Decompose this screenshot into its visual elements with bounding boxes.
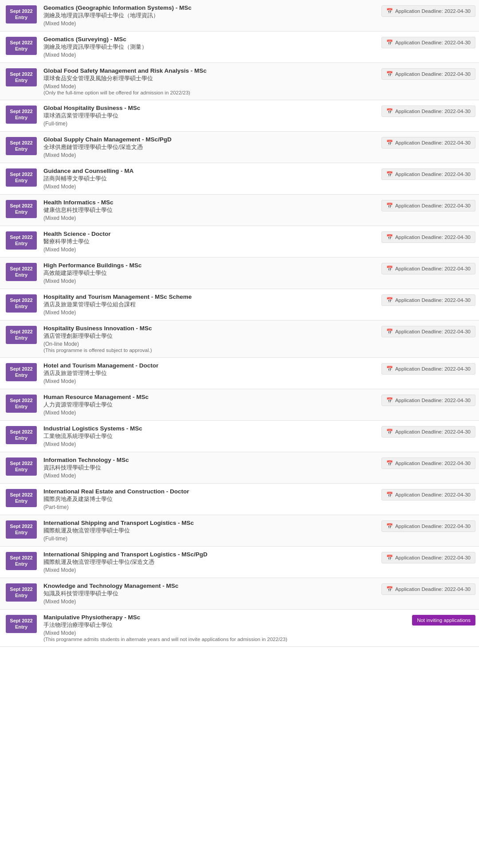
program-title: Global Hospitality Business - MSc	[43, 105, 377, 111]
badge-col: Sept 2022 Entry	[4, 262, 39, 281]
badge-col: Sept 2022 Entry	[4, 136, 39, 155]
deadline-text: Application Deadline: 2022-04-30	[395, 235, 471, 240]
info-col: Hospitality Business Innovation - MSc酒店管…	[39, 325, 381, 353]
info-col: Industrial Logistics Systems - MSc工業物流系統…	[39, 425, 381, 447]
badge-col: Sept 2022 Entry	[4, 168, 39, 187]
calendar-icon: 📅	[386, 397, 393, 403]
deadline-badge: 📅Application Deadline: 2022-04-30	[381, 263, 475, 274]
program-chinese-title: 健康信息科技理學碩士學位	[43, 207, 377, 214]
program-chinese-title: 酒店及旅遊管理博士學位	[43, 370, 377, 377]
program-chinese-title: 工業物流系統理學碩士學位	[43, 433, 377, 440]
deadline-col: 📅Application Deadline: 2022-04-30	[381, 362, 475, 375]
badge-col: Sept 2022 Entry	[4, 583, 39, 602]
deadline-col: 📅Application Deadline: 2022-04-30	[381, 199, 475, 211]
info-col: Hospitality and Tourism Management - MSc…	[39, 293, 381, 316]
deadline-badge: 📅Application Deadline: 2022-04-30	[381, 68, 475, 80]
table-row: Sept 2022 EntryHealth Science - Doctor醫療…	[0, 226, 479, 258]
badge-col: Sept 2022 Entry	[4, 4, 39, 23]
badge-col: Sept 2022 Entry	[4, 425, 39, 444]
badge-col: Sept 2022 Entry	[4, 362, 39, 381]
program-note: (This programme admits students in alter…	[43, 637, 382, 642]
table-row: Sept 2022 EntryInternational Shipping an…	[0, 547, 479, 578]
info-col: Global Hospitality Business - MSc環球酒店業管理…	[39, 105, 381, 127]
program-mode: (Full-time)	[43, 121, 377, 127]
program-title: Information Technology - MSc	[43, 457, 377, 463]
info-col: Guidance and Counselling - MA諮商與輔導文學碩士學位…	[39, 168, 381, 190]
info-col: High Performance Buildings - MSc高效能建築理學碩…	[39, 262, 381, 284]
calendar-icon: 📅	[386, 297, 393, 303]
program-chinese-title: 測繪及地理資訊學理學碩士學位（地理資訊）	[43, 12, 377, 20]
deadline-badge: 📅Application Deadline: 2022-04-30	[381, 583, 475, 595]
deadline-badge: 📅Application Deadline: 2022-04-30	[381, 168, 475, 180]
program-chinese-title: 國際航運及物流管理理學碩士學位/深造文憑	[43, 559, 377, 566]
entry-badge: Sept 2022 Entry	[6, 200, 37, 218]
program-mode: (Mixed Mode)	[43, 83, 377, 90]
program-mode: (Mixed Mode)	[43, 567, 377, 573]
table-row: Sept 2022 EntryGeomatics (Surveying) - M…	[0, 31, 479, 63]
badge-col: Sept 2022 Entry	[4, 293, 39, 313]
info-col: International Shipping and Transport Log…	[39, 520, 381, 542]
deadline-badge: 📅Application Deadline: 2022-04-30	[381, 294, 475, 306]
table-row: Sept 2022 EntryGlobal Supply Chain Manag…	[0, 132, 479, 163]
deadline-col: 📅Application Deadline: 2022-04-30	[381, 293, 475, 306]
entry-badge: Sept 2022 Entry	[6, 231, 37, 250]
deadline-text: Application Deadline: 2022-04-30	[395, 109, 471, 114]
calendar-icon: 📅	[386, 429, 393, 435]
deadline-col: 📅Application Deadline: 2022-04-30	[381, 4, 475, 17]
deadline-badge: 📅Application Deadline: 2022-04-30	[381, 552, 475, 563]
badge-col: Sept 2022 Entry	[4, 199, 39, 218]
info-col: International Real Estate and Constructi…	[39, 488, 381, 510]
deadline-text: Not inviting applications	[417, 618, 471, 623]
program-chinese-title: 醫療科學博士學位	[43, 238, 377, 246]
program-mode: (Mixed Mode)	[43, 152, 377, 158]
table-row: Sept 2022 EntryHotel and Tourism Managem…	[0, 358, 479, 389]
table-row: Sept 2022 EntryHealth Informatics - MSc健…	[0, 195, 479, 226]
program-title: International Shipping and Transport Log…	[43, 551, 377, 558]
program-title: Geomatics (Surveying) - MSc	[43, 36, 377, 43]
program-mode: (Mixed Mode)	[43, 378, 377, 384]
deadline-text: Application Deadline: 2022-04-30	[395, 398, 471, 403]
deadline-badge: 📅Application Deadline: 2022-04-30	[381, 231, 475, 243]
program-mode: (Mixed Mode)	[43, 410, 377, 416]
deadline-badge: 📅Application Deadline: 2022-04-30	[381, 37, 475, 48]
deadline-text: Application Deadline: 2022-04-30	[395, 297, 471, 303]
deadline-badge: 📅Application Deadline: 2022-04-30	[381, 457, 475, 469]
deadline-text: Application Deadline: 2022-04-30	[395, 203, 471, 208]
deadline-col: 📅Application Deadline: 2022-04-30	[381, 551, 475, 563]
calendar-icon: 📅	[386, 266, 393, 272]
entry-badge: Sept 2022 Entry	[6, 615, 37, 633]
deadline-text: Application Deadline: 2022-04-30	[395, 555, 471, 560]
deadline-badge: 📅Application Deadline: 2022-04-30	[381, 363, 475, 375]
entry-badge: Sept 2022 Entry	[6, 426, 37, 444]
calendar-icon: 📅	[386, 460, 393, 466]
deadline-badge: 📅Application Deadline: 2022-04-30	[381, 5, 475, 17]
info-col: Global Food Safety Management and Risk A…	[39, 67, 381, 95]
deadline-badge: 📅Application Deadline: 2022-04-30	[381, 200, 475, 211]
program-title: High Performance Buildings - MSc	[43, 262, 377, 269]
entry-badge: Sept 2022 Entry	[6, 137, 37, 155]
deadline-badge: 📅Application Deadline: 2022-04-30	[381, 137, 475, 149]
deadline-col: 📅Application Deadline: 2022-04-30	[381, 325, 475, 337]
program-mode: (Mixed Mode)	[43, 441, 377, 447]
deadline-col: 📅Application Deadline: 2022-04-30	[381, 136, 475, 149]
program-mode: (On-line Mode)	[43, 341, 377, 347]
entry-badge: Sept 2022 Entry	[6, 263, 37, 281]
calendar-icon: 📅	[386, 492, 393, 498]
table-row: Sept 2022 EntryKnowledge and Technology …	[0, 578, 479, 610]
program-mode: (Mixed Mode)	[43, 215, 377, 221]
entry-badge: Sept 2022 Entry	[6, 326, 37, 344]
calendar-icon: 📅	[386, 171, 393, 177]
info-col: Manipulative Physiotherapy - MSc手法物理治療理學…	[39, 614, 387, 642]
deadline-text: Application Deadline: 2022-04-30	[395, 524, 471, 529]
entry-badge: Sept 2022 Entry	[6, 294, 37, 313]
program-title: Health Informatics - MSc	[43, 199, 377, 206]
program-chinese-title: 高效能建築理學碩士學位	[43, 270, 377, 277]
program-chinese-title: 資訊科技理學碩士學位	[43, 464, 377, 472]
program-chinese-title: 全球供應鏈管理理學碩士學位/深造文憑	[43, 144, 377, 151]
deadline-text: Application Deadline: 2022-04-30	[395, 586, 471, 592]
badge-col: Sept 2022 Entry	[4, 551, 39, 570]
deadline-text: Application Deadline: 2022-04-30	[395, 429, 471, 434]
deadline-badge: 📅Application Deadline: 2022-04-30	[381, 395, 475, 406]
deadline-text: Application Deadline: 2022-04-30	[395, 40, 471, 45]
deadline-text: Application Deadline: 2022-04-30	[395, 366, 471, 371]
